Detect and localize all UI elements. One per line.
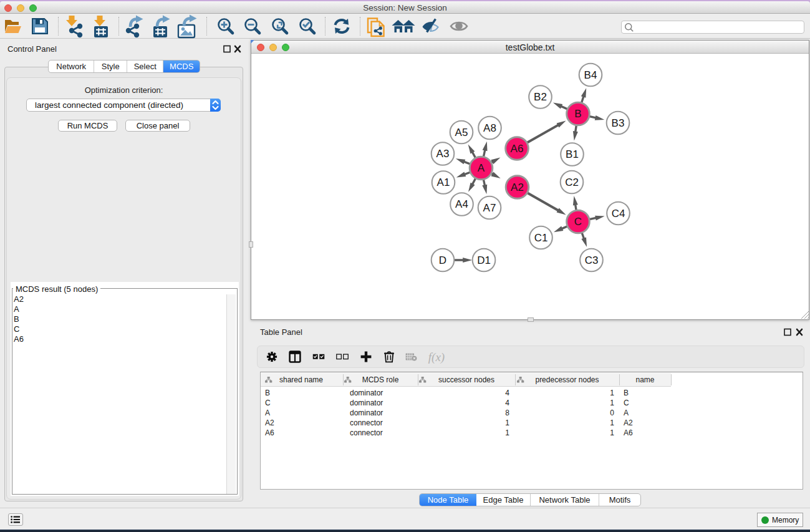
svg-text:A2: A2 <box>511 181 524 193</box>
svg-text:predecessor nodes: predecessor nodes <box>535 375 599 384</box>
svg-text:f(x): f(x) <box>428 351 445 364</box>
svg-text:A4: A4 <box>455 198 468 210</box>
svg-text:A1: A1 <box>437 177 450 188</box>
svg-text:C4: C4 <box>612 208 625 220</box>
svg-text:C1: C1 <box>534 232 548 244</box>
svg-text:D1: D1 <box>477 254 491 266</box>
svg-text:B4: B4 <box>584 69 597 81</box>
svg-text:A7: A7 <box>483 202 496 214</box>
svg-text:B2: B2 <box>534 91 547 103</box>
svg-text:D: D <box>439 254 446 266</box>
svg-text:successor nodes: successor nodes <box>438 375 494 384</box>
svg-text:A6: A6 <box>511 143 524 155</box>
svg-text:A8: A8 <box>483 122 496 134</box>
svg-text:A3: A3 <box>436 148 450 160</box>
svg-text:C2: C2 <box>565 177 579 188</box>
svg-text:A: A <box>478 162 485 174</box>
svg-text:MCDS role: MCDS role <box>362 375 399 384</box>
svg-text:B1: B1 <box>566 148 579 160</box>
svg-text:C3: C3 <box>585 254 599 266</box>
svg-text:name: name <box>635 375 654 384</box>
svg-text:B: B <box>574 108 581 120</box>
svg-text:A5: A5 <box>455 127 468 138</box>
svg-text:C: C <box>574 216 582 228</box>
svg-text:B3: B3 <box>612 117 625 129</box>
svg-text:shared name: shared name <box>279 375 323 384</box>
